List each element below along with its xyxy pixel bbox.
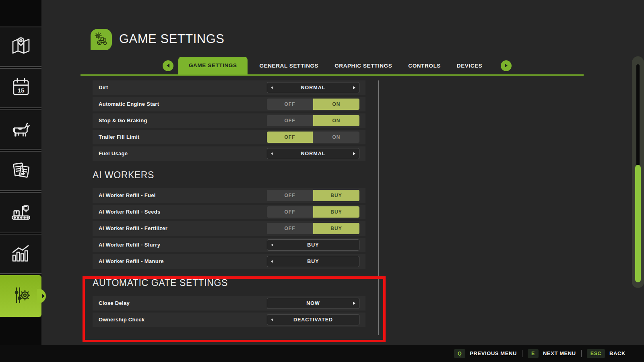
- animals-icon: [9, 117, 33, 142]
- hint-label: BACK: [609, 350, 625, 356]
- settings-row: Stop & Go BrakingOFFON: [93, 113, 365, 128]
- setting-label: Stop & Go Braking: [99, 113, 147, 128]
- map-icon: [9, 34, 33, 59]
- setting-label: AI Worker Refill - Seeds: [99, 205, 161, 219]
- toggle-option-buy[interactable]: BUY: [313, 223, 359, 234]
- settings-row: Trailer Fill LimitOFFON: [93, 130, 365, 144]
- svg-text:15: 15: [17, 87, 25, 94]
- key-badge-q: Q: [454, 349, 465, 358]
- option-selector[interactable]: DEACTIVATED: [267, 314, 359, 325]
- setting-label: AI Worker Refill - Manure: [99, 254, 164, 269]
- selector-left-arrow-icon[interactable]: [271, 243, 273, 247]
- toggle-option-buy[interactable]: BUY: [313, 206, 359, 218]
- toggle-option-off[interactable]: OFF: [267, 190, 313, 201]
- finances-icon: [9, 158, 33, 183]
- toggle-option-off[interactable]: OFF: [267, 115, 313, 126]
- list-scrollbar-track[interactable]: [378, 80, 379, 335]
- setting-label: AI Worker Refill - Fertilizer: [99, 221, 167, 236]
- scrollbar-thumb[interactable]: [635, 165, 641, 282]
- toggle-group: OFFON: [267, 99, 359, 110]
- sidebar-item-settings[interactable]: [0, 275, 41, 317]
- key-badge-esc: ESC: [587, 349, 605, 358]
- tab-general-settings[interactable]: GENERAL SETTINGS: [260, 63, 319, 69]
- settings-row: AI Worker Refill - ManureBUY: [93, 254, 365, 269]
- selector-left-arrow-icon[interactable]: [271, 152, 273, 155]
- sidebar-item-animals[interactable]: [0, 109, 41, 150]
- sidebar-item-map[interactable]: [0, 27, 41, 67]
- option-selector[interactable]: NORMAL: [267, 148, 359, 159]
- section-title: AUTOMATIC GATE SETTINGS: [93, 274, 365, 291]
- settings-row: Fuel UsageNORMAL: [93, 146, 365, 161]
- settings-icon: [9, 284, 33, 309]
- tab-devices[interactable]: DEVICES: [457, 63, 482, 69]
- hint-label: PREVIOUS MENU: [470, 350, 517, 356]
- sidebar-item-statistics[interactable]: [0, 234, 41, 274]
- selector-left-arrow-icon[interactable]: [271, 86, 273, 89]
- footer-hint-bar: QPREVIOUS MENUENEXT MENUESCBACK: [0, 345, 644, 362]
- sidebar-item-calendar[interactable]: 15: [0, 68, 41, 108]
- toggle-option-on[interactable]: ON: [313, 99, 359, 110]
- toggle-group: OFFON: [267, 115, 359, 126]
- settings-row: AI Worker Refill - SlurryBUY: [93, 238, 365, 252]
- setting-label: Automatic Engine Start: [99, 97, 159, 111]
- tab-game-settings[interactable]: GAME SETTINGS: [178, 57, 248, 74]
- tab-underline: [80, 74, 584, 76]
- hint-separator: [522, 350, 522, 357]
- left-arrow-icon: [167, 64, 169, 68]
- tab-prev-arrow-button[interactable]: [163, 60, 173, 71]
- sidebar-item-finances[interactable]: [0, 151, 41, 191]
- selector-right-arrow-icon[interactable]: [353, 302, 355, 305]
- selector-value: DEACTIVATED: [267, 315, 359, 325]
- toggle-option-off[interactable]: OFF: [267, 206, 313, 218]
- page-scrollbar[interactable]: [632, 56, 644, 288]
- settings-row: Close DelayNOW: [93, 296, 365, 311]
- statistics-icon: [9, 241, 33, 266]
- tab-next-arrow-button[interactable]: [501, 60, 512, 71]
- setting-label: Dirt: [99, 80, 108, 95]
- hint-back[interactable]: ESCBACK: [587, 349, 625, 358]
- settings-row: AI Worker Refill - SeedsOFFBUY: [93, 205, 365, 219]
- selector-left-arrow-icon[interactable]: [271, 260, 273, 263]
- selector-right-arrow-icon[interactable]: [353, 152, 355, 155]
- settings-row: Ownership CheckDEACTIVATED: [93, 313, 365, 327]
- game-settings-badge: [91, 29, 112, 50]
- tab-graphic-settings[interactable]: GRAPHIC SETTINGS: [334, 63, 392, 69]
- option-selector[interactable]: BUY: [267, 239, 359, 251]
- tab-bar: GAME SETTINGSGENERAL SETTINGSGRAPHIC SET…: [163, 57, 512, 74]
- active-item-arrow-icon: [42, 294, 45, 298]
- calendar-icon: 15: [9, 76, 33, 101]
- settings-list: DirtNORMALAutomatic Engine StartOFFONSto…: [93, 80, 365, 329]
- setting-label: Fuel Usage: [99, 146, 128, 161]
- toggle-option-off[interactable]: OFF: [267, 132, 313, 143]
- settings-row: AI Worker Refill - FertilizerOFFBUY: [93, 221, 365, 236]
- option-selector[interactable]: NOW: [267, 298, 359, 309]
- toggle-option-on[interactable]: ON: [313, 115, 359, 126]
- selector-left-arrow-icon[interactable]: [271, 318, 273, 321]
- setting-label: Ownership Check: [99, 313, 144, 327]
- selector-value: NORMAL: [267, 148, 359, 159]
- hint-next-menu[interactable]: ENEXT MENU: [528, 349, 576, 358]
- production-icon: [9, 200, 33, 225]
- selector-value: NORMAL: [267, 82, 359, 93]
- tab-controls[interactable]: CONTROLS: [408, 63, 441, 69]
- page-title: GAME SETTINGS: [119, 32, 224, 46]
- toggle-option-on[interactable]: ON: [313, 132, 359, 143]
- settings-row: Automatic Engine StartOFFON: [93, 97, 365, 111]
- sidebar-item-production[interactable]: [0, 192, 41, 232]
- option-selector[interactable]: NORMAL: [267, 82, 359, 93]
- key-badge-e: E: [528, 349, 539, 358]
- selector-value: NOW: [267, 298, 359, 309]
- settings-row: DirtNORMAL: [93, 80, 365, 95]
- sidebar: 15: [0, 0, 41, 362]
- tractor-gear-icon: [94, 32, 109, 48]
- toggle-option-off[interactable]: OFF: [267, 223, 313, 234]
- toggle-option-buy[interactable]: BUY: [313, 190, 359, 201]
- hint-previous-menu[interactable]: QPREVIOUS MENU: [454, 349, 517, 358]
- toggle-option-off[interactable]: OFF: [267, 99, 313, 110]
- selector-value: BUY: [267, 240, 359, 250]
- section-title: AI WORKERS: [93, 167, 365, 183]
- selector-right-arrow-icon[interactable]: [353, 86, 355, 89]
- option-selector[interactable]: BUY: [267, 256, 359, 267]
- hint-label: NEXT MENU: [543, 350, 576, 356]
- settings-row: AI Worker Refill - FuelOFFBUY: [93, 188, 365, 203]
